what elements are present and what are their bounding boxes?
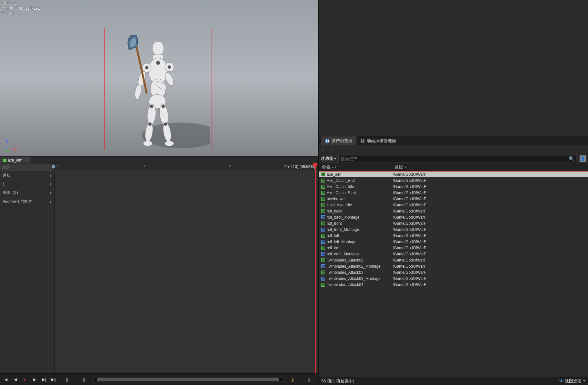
range-start[interactable]: 0 xyxy=(77,377,91,382)
asset-row[interactable]: roll_front/Game/GodOfWarF xyxy=(319,220,588,226)
asset-path: /Game/GodOfWarF xyxy=(393,203,588,207)
asset-tab-axe-aim[interactable]: axe_aim × xyxy=(0,157,31,163)
asset-path: /Game/GodOfWarF xyxy=(393,215,588,220)
chevron-down-icon: ▼ xyxy=(49,183,52,186)
asset-row[interactable]: roll_left_Montage/Game/GodOfWarF xyxy=(319,239,588,245)
anim-asset-icon xyxy=(321,185,325,189)
track-label: 1 xyxy=(3,182,5,186)
tab-asset-browser[interactable]: 资产浏览器 xyxy=(321,136,356,145)
play-button[interactable]: ▶ xyxy=(31,376,38,383)
step-back-button[interactable]: ◀ xyxy=(12,376,19,383)
axis-gizmo: Z X Y xyxy=(4,140,17,153)
asset-row[interactable]: Axe_Catch_Start/Game/GodOfWarF xyxy=(319,190,588,196)
asset-row[interactable]: axethrower/Game/GodOfWarF xyxy=(319,196,588,202)
column-header-path[interactable]: 路径▲ xyxy=(391,163,410,171)
record-button[interactable]: ● xyxy=(21,376,28,383)
ruler-tick: 2 xyxy=(229,164,231,168)
anim-asset-icon xyxy=(321,246,325,250)
asset-path: /Game/GodOfWarF xyxy=(393,209,588,213)
search-icon[interactable]: 🔍 xyxy=(569,156,574,161)
svg-point-23 xyxy=(164,123,167,126)
eye-icon: 👁 xyxy=(559,379,563,383)
asset-row[interactable]: roll_back_Montage/Game/GodOfWarF xyxy=(319,214,588,220)
asset-row[interactable]: roll_right/Game/GodOfWarF xyxy=(319,245,588,251)
anim-asset-icon xyxy=(321,234,325,238)
range-start-min[interactable]: 0 xyxy=(60,377,74,382)
asset-name: Twinblades_Attack02 xyxy=(327,258,393,262)
asset-row[interactable]: Twinblades_Attack02/Game/GodOfWarF xyxy=(319,257,588,263)
asset-path: /Game/GodOfWarF xyxy=(393,252,588,256)
anim-asset-icon xyxy=(321,258,325,262)
asset-path: /Game/GodOfWarF xyxy=(393,276,588,281)
step-forward-button[interactable]: ▶| xyxy=(41,376,48,383)
track-label: Additive图层轨道 xyxy=(3,199,32,204)
svg-point-18 xyxy=(145,66,148,69)
chevron-down-icon: ▼ xyxy=(49,191,52,194)
track-item[interactable]: 1▼ xyxy=(0,180,55,188)
asset-path: /Game/GodOfWarF xyxy=(393,270,588,275)
playhead[interactable] xyxy=(315,164,316,373)
filter-dropdown[interactable]: 过滤器▼ xyxy=(321,156,336,162)
asset-name: roll_left xyxy=(327,233,393,238)
asset-name: roll_right xyxy=(327,246,393,250)
asset-path: /Game/GodOfWarF xyxy=(393,282,588,287)
asset-row[interactable]: Twinblades_Attack02_Montage/Game/GodOfWa… xyxy=(319,263,588,269)
track-item[interactable]: 曲线（0）▼ xyxy=(0,188,55,197)
asset-name: Twinblades_Attack04 xyxy=(327,282,393,287)
asset-row[interactable]: Axe_Catch_End/Game/GodOfWarF xyxy=(319,177,588,183)
svg-point-34 xyxy=(361,140,362,141)
asset-row[interactable]: Twinblades_Attack04/Game/GodOfWarF xyxy=(319,281,588,288)
timeline-canvas[interactable]: 0 1 2 2* (0.10) (99.53%) xyxy=(55,164,318,373)
asset-path: /Game/GodOfWarF xyxy=(393,178,588,183)
asset-row[interactable]: Hold_Axe_Idle/Game/GodOfWarF xyxy=(319,202,588,208)
skip-end-button[interactable]: ▶|| xyxy=(50,376,57,383)
asset-name: roll_front xyxy=(327,221,393,226)
svg-rect-30 xyxy=(328,140,329,141)
nav-back-button[interactable]: ← xyxy=(321,147,326,153)
svg-rect-28 xyxy=(325,139,329,143)
asset-row[interactable]: Twinblades_Attack03_Montage/Game/GodOfWa… xyxy=(319,275,588,281)
viewport-info: /通道：1 约尺寸：348x118x291 率：30 xyxy=(0,0,41,17)
range-end-max[interactable]: 3 xyxy=(302,377,316,382)
asset-column-headers: 命名▲▼ 路径▲ xyxy=(319,163,588,171)
asset-row[interactable]: roll_right_Montage/Game/GodOfWarF xyxy=(319,251,588,257)
asset-name: Axe_Catch_Start xyxy=(327,191,393,195)
column-header-name[interactable]: 命名▲▼ xyxy=(319,163,391,171)
svg-point-21 xyxy=(162,105,165,108)
track-filter-input[interactable] xyxy=(1,164,52,170)
asset-search-box[interactable]: 🔍 xyxy=(338,155,576,162)
browser-nav-row: ← → xyxy=(319,145,588,154)
track-filter-row: 🔍 2* xyxy=(0,164,55,171)
track-item[interactable]: 通知▼ xyxy=(0,171,55,180)
scrollbar-thumb[interactable] xyxy=(97,378,279,381)
asset-row[interactable]: Axe_Catch_Idle/Game/GodOfWarF xyxy=(319,183,588,190)
svg-point-16 xyxy=(165,141,174,146)
svg-rect-32 xyxy=(328,141,329,142)
viewport-3d[interactable]: /通道：1 约尺寸：348x118x291 率：30 xyxy=(0,0,318,156)
track-label: 曲线（0） xyxy=(3,190,20,195)
view-options-dropdown[interactable]: 👁 视图选项 ▼ xyxy=(559,378,585,384)
asset-row[interactable]: axe_aim/Game/GodOfWarF xyxy=(319,171,588,177)
track-label: 通知 xyxy=(3,173,10,178)
asset-name: Twinblades_Attack02_Montage xyxy=(327,264,393,269)
asset-row[interactable]: roll_front_Montage/Game/GodOfWarF xyxy=(319,226,588,232)
tab-slot-manager[interactable]: 动画插槽管理器 xyxy=(356,136,400,145)
transport-scrollbar[interactable] xyxy=(94,377,283,382)
asset-list[interactable]: axe_aim/Game/GodOfWarFAxe_Catch_End/Game… xyxy=(319,171,588,377)
asset-search-input[interactable] xyxy=(341,156,569,161)
asset-row[interactable]: roll_left/Game/GodOfWarF xyxy=(319,232,588,239)
anim-asset-icon xyxy=(321,173,325,176)
transport-bar: |◀ ◀ ● ▶ ▶| ▶|| 0 0 3 3 xyxy=(0,373,318,385)
skip-start-button[interactable]: |◀ xyxy=(2,376,9,383)
close-icon[interactable]: × xyxy=(25,159,27,162)
range-end[interactable]: 3 xyxy=(285,377,300,382)
timeline-ruler[interactable]: 0 1 2 2* (0.10) (99.53%) xyxy=(55,164,318,170)
asset-name: Twinblades_Attack03 xyxy=(327,270,393,275)
anim-asset-icon xyxy=(321,222,325,225)
nav-forward-button[interactable]: → xyxy=(329,147,334,153)
asset-path: /Game/GodOfWarF xyxy=(393,258,588,262)
asset-row[interactable]: Twinblades_Attack03/Game/GodOfWarF xyxy=(319,269,588,275)
user-icon[interactable]: 👤 xyxy=(580,155,586,162)
track-item[interactable]: Additive图层轨道▼ xyxy=(0,197,55,206)
asset-row[interactable]: roll_back/Game/GodOfWarF xyxy=(319,208,588,214)
